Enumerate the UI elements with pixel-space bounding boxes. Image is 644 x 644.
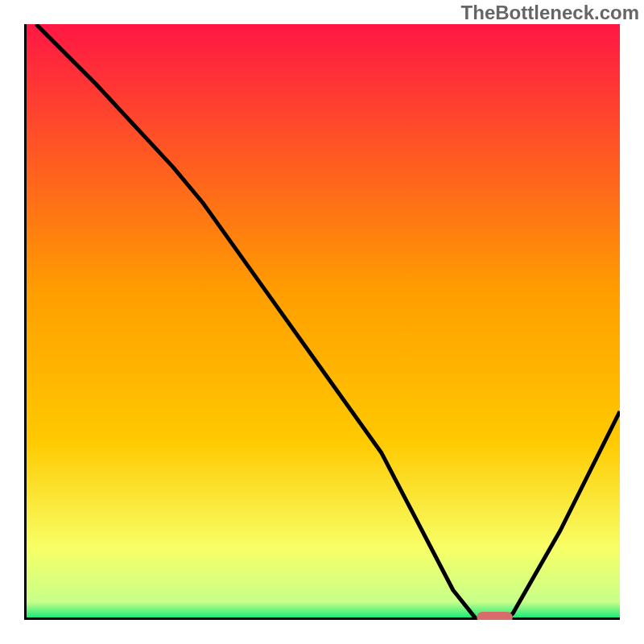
- plot-svg: [24, 24, 620, 620]
- chart-canvas: TheBottleneck.com: [0, 0, 644, 644]
- plot-area: [24, 24, 620, 620]
- optimal-range-marker: [477, 612, 512, 620]
- gradient-background: [24, 24, 620, 620]
- watermark-label: TheBottleneck.com: [461, 2, 639, 24]
